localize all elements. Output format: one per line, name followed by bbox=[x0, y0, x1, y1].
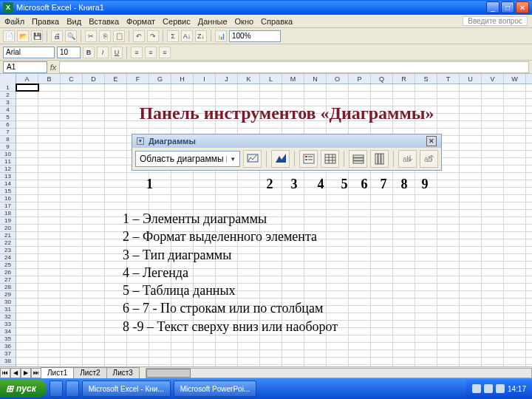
tab-nav-prev[interactable]: ◀ bbox=[10, 368, 21, 378]
row-header[interactable]: 6 bbox=[0, 121, 16, 129]
col-header[interactable]: B bbox=[38, 74, 61, 83]
help-search[interactable]: Введите вопрос bbox=[463, 16, 528, 26]
row-header[interactable]: 32 bbox=[0, 313, 16, 321]
save-button[interactable]: 💾 bbox=[31, 30, 43, 42]
underline-button[interactable]: U bbox=[111, 47, 123, 58]
preview-button[interactable]: 🔍 bbox=[65, 30, 77, 42]
row-header[interactable]: 30 bbox=[0, 299, 16, 306]
taskbar-button[interactable]: Microsoft PowerPoi... bbox=[174, 381, 256, 397]
menu-window[interactable]: Окно bbox=[235, 17, 254, 26]
formula-input[interactable] bbox=[59, 61, 529, 73]
row-header[interactable]: 27 bbox=[0, 276, 16, 284]
col-header[interactable]: D bbox=[83, 74, 105, 83]
col-header[interactable]: A bbox=[16, 74, 38, 83]
row-header[interactable]: 11 bbox=[0, 158, 16, 166]
col-header[interactable]: U bbox=[460, 74, 482, 83]
col-header[interactable]: P bbox=[349, 74, 371, 83]
redo-button[interactable]: ↷ bbox=[147, 30, 159, 42]
sheet-tab[interactable]: Лист3 bbox=[106, 367, 140, 378]
sort-asc-button[interactable]: A↓ bbox=[181, 30, 193, 42]
row-header[interactable]: 23 bbox=[0, 247, 16, 254]
open-button[interactable]: 📂 bbox=[17, 30, 29, 42]
menu-format[interactable]: Формат bbox=[126, 17, 155, 26]
taskbar-button[interactable]: Microsoft Excel - Кни... bbox=[82, 381, 171, 397]
horizontal-scrollbar[interactable] bbox=[146, 368, 532, 378]
row-header[interactable]: 21 bbox=[0, 232, 16, 239]
name-box[interactable]: A1 bbox=[3, 61, 47, 73]
paste-button[interactable]: 📋 bbox=[113, 30, 125, 42]
menu-help[interactable]: Справка bbox=[261, 17, 293, 26]
row-header[interactable]: 19 bbox=[0, 217, 16, 225]
row-header[interactable]: 31 bbox=[0, 306, 16, 313]
col-header[interactable]: W bbox=[504, 74, 526, 83]
row-header[interactable]: 36 bbox=[0, 343, 16, 350]
row-header[interactable]: 20 bbox=[0, 225, 16, 232]
row-header[interactable]: 3 bbox=[0, 99, 16, 106]
row-header[interactable]: 1 bbox=[0, 84, 16, 92]
row-header[interactable]: 26 bbox=[0, 269, 16, 276]
legend-button[interactable] bbox=[299, 150, 318, 168]
col-header[interactable]: I bbox=[194, 74, 216, 83]
row-header[interactable]: 22 bbox=[0, 239, 16, 247]
row-header[interactable]: 5 bbox=[0, 114, 16, 121]
row-header[interactable]: 7 bbox=[0, 129, 16, 136]
col-header[interactable]: R bbox=[393, 74, 415, 83]
row-header[interactable]: 17 bbox=[0, 202, 16, 210]
data-table-button[interactable] bbox=[321, 150, 339, 168]
print-button[interactable]: 🖨 bbox=[51, 30, 63, 42]
row-header[interactable]: 10 bbox=[0, 151, 16, 158]
col-header[interactable]: J bbox=[216, 74, 238, 83]
spreadsheet-grid[interactable]: A B C D E F G H I J K L M N O P Q R S T … bbox=[0, 74, 532, 384]
row-header[interactable]: 12 bbox=[0, 166, 16, 173]
row-header[interactable]: 4 bbox=[0, 106, 16, 114]
align-center-button[interactable]: ≡ bbox=[145, 47, 157, 58]
undo-button[interactable]: ↶ bbox=[133, 30, 145, 42]
zoom-box[interactable]: 100% bbox=[229, 30, 281, 42]
sheet-tab[interactable]: Лист2 bbox=[73, 367, 106, 378]
system-tray[interactable]: 14:17 bbox=[466, 380, 532, 398]
sheet-tab[interactable]: Лист1 bbox=[41, 367, 74, 378]
col-header[interactable]: Q bbox=[371, 74, 393, 83]
row-header[interactable]: 2 bbox=[0, 92, 16, 99]
row-header[interactable]: 37 bbox=[0, 350, 16, 358]
col-header[interactable]: S bbox=[415, 74, 437, 83]
tray-icon[interactable] bbox=[472, 384, 481, 393]
start-button[interactable]: ⊞ пуск bbox=[0, 380, 47, 398]
format-element-button[interactable] bbox=[243, 150, 262, 168]
col-header[interactable]: G bbox=[149, 74, 171, 83]
col-header[interactable]: L bbox=[260, 74, 282, 83]
text-up-button[interactable]: ab bbox=[420, 150, 438, 168]
fx-icon[interactable]: fx bbox=[47, 63, 59, 72]
maximize-button[interactable]: □ bbox=[501, 1, 514, 13]
cut-button[interactable]: ✂ bbox=[85, 30, 97, 42]
row-header[interactable]: 28 bbox=[0, 284, 16, 291]
row-header[interactable]: 33 bbox=[0, 321, 16, 328]
row-header[interactable]: 14 bbox=[0, 180, 16, 188]
toolbar-options-icon[interactable]: ▾ bbox=[137, 137, 144, 145]
row-header[interactable]: 34 bbox=[0, 328, 16, 335]
menu-tools[interactable]: Сервис bbox=[163, 17, 191, 26]
italic-button[interactable]: I bbox=[97, 47, 109, 58]
tab-nav-next[interactable]: ▶ bbox=[21, 368, 31, 378]
align-left-button[interactable]: ≡ bbox=[131, 47, 143, 58]
menu-edit[interactable]: Правка bbox=[32, 17, 59, 26]
by-rows-button[interactable] bbox=[349, 150, 367, 168]
row-header[interactable]: 18 bbox=[0, 210, 16, 217]
col-header[interactable]: M bbox=[282, 74, 304, 83]
copy-button[interactable]: ⎘ bbox=[99, 30, 111, 42]
col-header[interactable]: K bbox=[238, 74, 260, 83]
col-header[interactable]: H bbox=[171, 74, 194, 83]
row-header[interactable]: 38 bbox=[0, 358, 16, 365]
sort-desc-button[interactable]: Z↓ bbox=[195, 30, 207, 42]
row-header[interactable]: 9 bbox=[0, 143, 16, 151]
menu-data[interactable]: Данные bbox=[198, 17, 228, 26]
sum-button[interactable]: Σ bbox=[167, 30, 179, 42]
font-name-box[interactable]: Arial bbox=[3, 47, 55, 58]
tab-nav-first[interactable]: ⏮ bbox=[0, 368, 10, 378]
col-header[interactable]: F bbox=[127, 74, 149, 83]
menu-insert[interactable]: Вставка bbox=[89, 17, 119, 26]
new-button[interactable]: 📄 bbox=[3, 30, 15, 42]
taskbar-button[interactable] bbox=[50, 381, 63, 397]
chart-toolbar-titlebar[interactable]: ▾ Диаграммы ✕ bbox=[132, 134, 441, 148]
text-down-button[interactable]: ab bbox=[398, 150, 417, 168]
